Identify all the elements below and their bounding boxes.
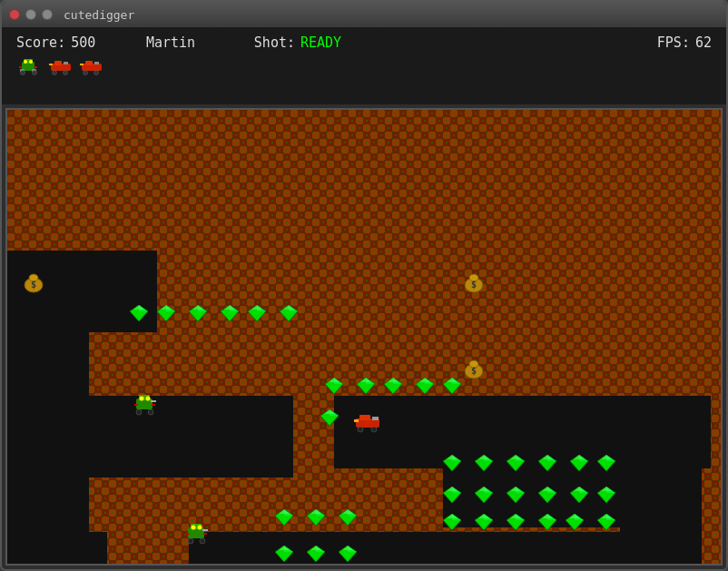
close-button[interactable] (9, 9, 20, 20)
gem (416, 378, 434, 394)
gem (443, 487, 461, 503)
svg-point-176 (148, 409, 153, 415)
enemy-1 (133, 391, 158, 417)
gem (475, 514, 493, 530)
gem (507, 455, 525, 471)
score-section: Score: 500 (16, 34, 116, 51)
shot-section: Shot: READY (225, 34, 370, 51)
svg-rect-6 (19, 66, 22, 68)
hud-top-row: Score: 500 Martin Shot: READY FPS: 62 (16, 34, 712, 53)
svg-rect-168 (354, 419, 359, 422)
svg-text:$: $ (31, 280, 36, 290)
moneybag: $ (461, 269, 487, 294)
svg-point-13 (53, 71, 57, 75)
gem (507, 487, 525, 503)
life-cart-icon-2 (78, 54, 105, 76)
gem (157, 305, 175, 321)
title-bar: cutedigger (2, 2, 726, 27)
svg-point-3 (29, 60, 33, 64)
fps-value: 62 (695, 34, 712, 51)
moneybag: $ (461, 355, 487, 380)
tunnel-mid-lower-h (189, 532, 634, 566)
gem (570, 455, 588, 471)
svg-point-19 (84, 71, 88, 75)
gem (320, 409, 339, 426)
window-title: cutedigger (64, 8, 134, 22)
svg-rect-164 (359, 415, 370, 420)
moneybag: $ (21, 269, 46, 294)
svg-rect-183 (203, 533, 207, 535)
hud-lives-row (16, 53, 712, 76)
shot-label: Shot: (254, 34, 295, 51)
svg-point-167 (371, 427, 377, 432)
svg-rect-17 (85, 61, 93, 65)
gem (307, 546, 325, 562)
svg-rect-21 (80, 64, 84, 65)
svg-rect-11 (54, 61, 62, 65)
gem (475, 455, 493, 471)
gem (538, 487, 556, 503)
gem (443, 455, 461, 471)
svg-rect-186 (202, 529, 208, 531)
life-cart-icon (47, 54, 74, 76)
minimize-button[interactable] (25, 9, 36, 20)
svg-point-180 (192, 526, 196, 530)
gem (307, 509, 325, 526)
tunnel-mid-h (84, 396, 293, 477)
svg-text:$: $ (471, 280, 477, 290)
tunnel-left-v (7, 251, 89, 459)
life-enemy-icon (16, 54, 44, 76)
tunnel-bottom-left (7, 532, 107, 566)
shot-value: READY (300, 34, 341, 51)
svg-rect-165 (372, 417, 379, 420)
gem (597, 514, 615, 530)
gem (443, 514, 461, 530)
game-area: $ $ $ $ $ (5, 108, 723, 566)
maximize-button[interactable] (42, 9, 53, 20)
hud-content: Score: 500 Martin Shot: READY FPS: 62 (16, 34, 712, 76)
svg-point-2 (24, 60, 27, 64)
gem (339, 509, 357, 526)
enemy-2 (184, 520, 210, 546)
gem (325, 378, 343, 394)
gem (275, 546, 293, 562)
svg-rect-18 (94, 62, 99, 64)
svg-rect-7 (34, 66, 37, 68)
score-label: Score: (16, 34, 65, 51)
svg-rect-15 (49, 64, 53, 65)
svg-point-172 (146, 397, 151, 401)
gem (597, 487, 615, 503)
svg-point-20 (94, 71, 99, 75)
svg-point-8 (21, 71, 25, 75)
player-cart (354, 409, 383, 435)
svg-point-181 (198, 526, 202, 530)
hud-bar: Score: 500 Martin Shot: READY FPS: 62 (2, 27, 726, 104)
gem (339, 546, 357, 562)
svg-rect-177 (151, 400, 156, 402)
window-frame: cutedigger Score: 500 Martin Shot: READY… (0, 0, 728, 571)
svg-rect-174 (152, 404, 155, 406)
gem (189, 305, 207, 321)
gem (566, 514, 584, 530)
tunnel-left-lower (7, 459, 89, 541)
svg-point-171 (140, 397, 144, 401)
fps-label: FPS: (657, 34, 690, 51)
gem (538, 455, 556, 471)
svg-rect-12 (64, 62, 68, 64)
player-name: Martin (146, 34, 195, 51)
svg-rect-182 (186, 533, 190, 535)
svg-point-166 (358, 427, 363, 432)
svg-point-14 (64, 71, 68, 75)
gem (275, 509, 293, 526)
gem (280, 305, 298, 321)
svg-point-175 (136, 409, 142, 415)
gem (597, 455, 615, 471)
fps-section: FPS: 62 (657, 34, 712, 51)
svg-point-184 (188, 538, 193, 544)
gem (538, 514, 556, 530)
player-section: Martin (116, 34, 225, 51)
gem (130, 305, 148, 321)
gem (248, 305, 266, 321)
svg-point-9 (33, 71, 37, 75)
svg-text:$: $ (471, 366, 477, 376)
